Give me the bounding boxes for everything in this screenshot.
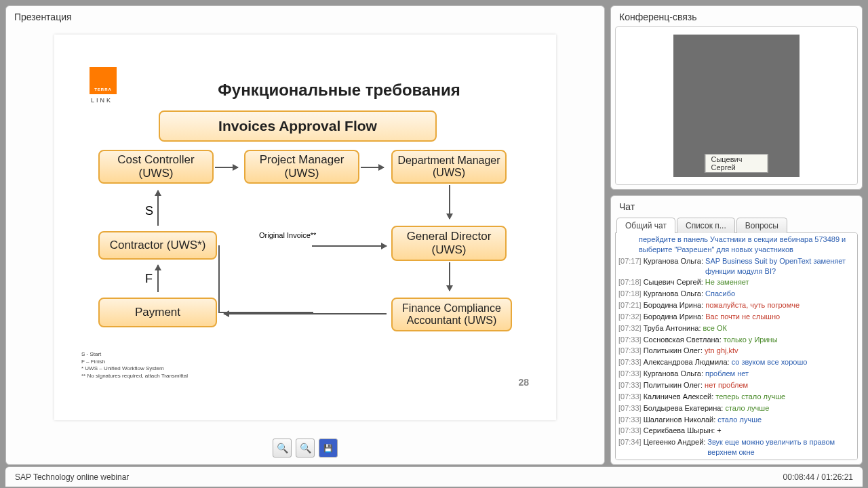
presenter-video[interactable]: Сыцевич Сергей — [673, 35, 800, 177]
chat-time: [07:33] — [618, 335, 642, 345]
presentation-title: Презентация — [7, 7, 603, 26]
chat-message: [07:18] Сыцевич Сергей: Не заменяет — [618, 277, 854, 288]
arrow-icon — [449, 262, 450, 291]
chat-time: [07:32] — [618, 312, 642, 322]
chat-time: [07:33] — [618, 357, 642, 367]
conference-title: Конференц-связь — [612, 7, 861, 26]
presentation-body: TERRA LINK Функциональные требования Inv… — [7, 26, 603, 434]
chat-time: [07:33] — [618, 415, 642, 425]
chat-author: Серикбаева Шырын: — [644, 426, 715, 436]
chat-text: пожалуйста, чуть погромче — [705, 300, 800, 310]
chat-message: [07:18] Курганова Ольга: Спасибо — [618, 288, 854, 300]
save-button[interactable]: 💾 — [319, 439, 338, 458]
arrow-icon — [157, 190, 159, 226]
chat-author: Болдырева Екатерина: — [644, 403, 724, 413]
chat-text: нет проблем — [705, 380, 748, 390]
chat-message: [07:33] Курганова Ольга: проблем нет — [618, 368, 854, 380]
chat-message: [07:33] Болдырева Екатерина: стало лучше — [618, 403, 854, 414]
arrow-icon — [312, 245, 387, 247]
chat-messages[interactable]: перейдите в панель Участники в секции ве… — [615, 232, 858, 460]
chat-author: Политыкин Олег: — [644, 380, 703, 390]
chat-time: [07:33] — [618, 426, 642, 436]
chat-tabs: Общий чат Список п... Вопросы — [612, 218, 861, 233]
node-finance-compliance: Finance Compliance Accountant (UWS) — [391, 298, 512, 331]
chat-author: Цегеенко Андрей: — [644, 437, 706, 458]
arrow-icon — [361, 167, 384, 168]
chat-author: Курганова Ольга: — [644, 289, 703, 299]
node-project-manager: Project Manager (UWS) — [244, 150, 359, 184]
chat-author: Александрова Людмила: — [644, 357, 730, 367]
chat-author: Бородина Ирина: — [644, 312, 704, 322]
arrow-icon — [157, 265, 159, 292]
page-number: 28 — [518, 377, 529, 388]
chat-message: [07:33] Политыкин Олег: ytn ghj,ktv — [618, 345, 854, 357]
chat-message: [07:17] Курганова Ольга: SAP Business Su… — [618, 256, 854, 277]
chat-text: Не заменяет — [705, 277, 749, 287]
chat-title: Чат — [612, 197, 861, 216]
chat-time: [07:33] — [618, 403, 642, 413]
chat-time: [07:33] — [618, 369, 642, 379]
chat-message: [07:33] Политыкин Олег: нет проблем — [618, 380, 854, 391]
tab-questions[interactable]: Вопросы — [736, 218, 787, 233]
chat-author: Труба Антонина: — [644, 323, 701, 333]
chat-message: [07:32] Бородина Ирина: Вас почти не слы… — [618, 311, 854, 323]
chat-author: Курганова Ольга: — [644, 256, 703, 277]
chat-text: + — [717, 426, 721, 436]
chat-text: теперь стало лучше — [715, 392, 785, 402]
chat-message: [07:32] Труба Антонина: все ОК — [618, 323, 854, 334]
chat-author: Сосновская Светлана: — [644, 335, 722, 345]
chat-time: [07:21] — [618, 300, 642, 310]
magnify-minus-icon: 🔍 — [300, 443, 311, 453]
chat-panel: Чат Общий чат Список п... Вопросы перейд… — [610, 195, 863, 465]
chat-text: со звуком все хорошо — [732, 357, 808, 367]
presentation-panel: Презентация TERRA LINK Функциональные тр… — [5, 5, 605, 465]
chat-text: проблем нет — [705, 369, 749, 379]
magnify-plus-icon: 🔍 — [277, 443, 288, 453]
chat-time: [07:17] — [618, 256, 642, 277]
chat-text: ytn ghj,ktv — [705, 346, 738, 356]
chat-message: [07:21] Бородина Ирина: пожалуйста, чуть… — [618, 300, 854, 311]
zoom-out-button[interactable]: 🔍 — [296, 439, 315, 458]
chat-message: [07:34] Цегеенко Андрей: Звук еще можно … — [618, 436, 854, 458]
chat-text: Спасибо — [705, 289, 735, 299]
slide-title: Функциональные требования — [54, 81, 556, 100]
chat-time: [07:34] — [618, 437, 642, 458]
chat-message: [07:33] Шалагинов Николай: стало лучше — [618, 414, 854, 426]
conference-panel: Конференц-связь Сыцевич Сергей — [610, 5, 863, 190]
node-cost-controller: Cost Controller (UWS) — [98, 150, 214, 184]
chat-time: [07:18] — [618, 277, 642, 287]
playback-time: 00:08:44 / 01:26:21 — [783, 472, 853, 482]
chat-text: стало лучше — [717, 415, 762, 425]
slide: TERRA LINK Функциональные требования Inv… — [54, 35, 556, 420]
arrow-icon — [449, 185, 450, 219]
chat-author: Бородина Ирина: — [644, 300, 704, 310]
chat-message: [07:33] Александрова Людмила: со звуком … — [618, 357, 854, 368]
node-contractor: Contractor (UWS*) — [98, 231, 217, 260]
chat-text: SAP Business Suit by OpenText заменяет ф… — [705, 256, 854, 277]
webinar-title: SAP Technology online webinar — [15, 472, 129, 482]
chat-text: Звук еще можно увеличить в правом верхне… — [707, 437, 854, 458]
chat-author: Шалагинов Николай: — [644, 415, 716, 425]
bottom-bar: SAP Technology online webinar 00:08:44 /… — [5, 466, 863, 487]
chat-time: [07:18] — [618, 289, 642, 299]
arrow-icon — [224, 313, 387, 314]
presenter-name-tag: Сыцевич Сергей — [705, 154, 768, 173]
arrow-icon — [215, 167, 238, 168]
chat-author: Сыцевич Сергей: — [644, 277, 703, 287]
tab-participants[interactable]: Список п... — [677, 218, 735, 233]
chat-message: [07:33] Серикбаева Шырын: + — [618, 425, 854, 436]
label-f: F — [145, 272, 153, 286]
node-payment: Payment — [98, 298, 217, 327]
diskette-icon: 💾 — [323, 444, 333, 453]
chat-text: стало лучше — [725, 403, 769, 413]
label-s: S — [145, 204, 153, 218]
zoom-in-button[interactable]: 🔍 — [273, 439, 292, 458]
tab-common-chat[interactable]: Общий чат — [616, 218, 675, 233]
chat-author: Калиничев Алексей: — [644, 392, 714, 402]
chat-text: все ОК — [703, 323, 727, 333]
chat-author: Курганова Ольга: — [644, 369, 703, 379]
chat-message: [07:33] Сосновская Светлана: только у Ир… — [618, 334, 854, 346]
chat-time: [07:33] — [618, 380, 642, 390]
slide-footnote: S - Start F – Finish * UWS – Unified Wor… — [81, 351, 188, 380]
chat-time: [07:33] — [618, 346, 642, 356]
